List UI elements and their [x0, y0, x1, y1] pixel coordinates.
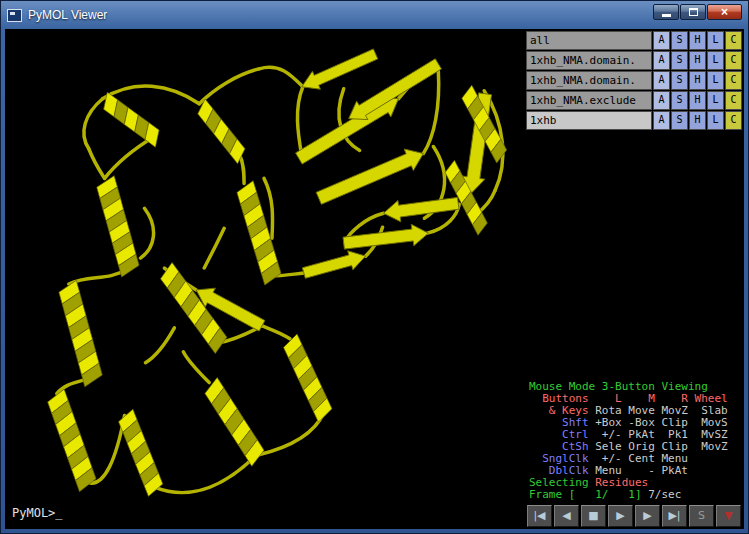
rewind-icon: |◀ — [533, 509, 545, 522]
collapse-button[interactable]: ▼ — [716, 505, 741, 527]
object-row: allASHLC — [526, 31, 742, 50]
object-menu-h-button[interactable]: H — [689, 31, 706, 50]
object-name[interactable]: 1xhb — [526, 111, 652, 130]
maximize-button[interactable] — [680, 4, 706, 20]
close-button[interactable]: × — [707, 4, 742, 20]
step-back-icon: ◀ — [562, 509, 570, 522]
vcr-controls: |◀◀■▶▶▶|S▼ — [526, 505, 742, 527]
collapse-icon: ▼ — [724, 509, 732, 522]
end-icon: ▶| — [668, 509, 680, 522]
object-menu-c-button[interactable]: C — [725, 71, 742, 90]
maximize-icon — [689, 8, 698, 16]
object-name[interactable]: all — [526, 31, 652, 50]
stop-icon: ■ — [588, 509, 598, 522]
window-content: PyMOL>_ allASHLC1xhb_NMA.domain.ASHLC1xh… — [5, 29, 744, 529]
scene-icon: S — [698, 509, 705, 522]
object-row: 1xhbASHLC — [526, 111, 742, 130]
object-menu-s-button[interactable]: S — [671, 111, 688, 130]
object-menu-a-button[interactable]: A — [653, 111, 670, 130]
object-menu-s-button[interactable]: S — [671, 71, 688, 90]
panel-spacer — [526, 131, 742, 379]
rewind-button[interactable]: |◀ — [527, 505, 552, 527]
frame-line: Frame [ 1/ 1] 7/sec — [529, 489, 739, 501]
object-menu-a-button[interactable]: A — [653, 51, 670, 70]
scene-button[interactable]: S — [689, 505, 714, 527]
object-name[interactable]: 1xhb_NMA.domain. — [526, 71, 652, 90]
object-name[interactable]: 1xhb_NMA.exclude — [526, 91, 652, 110]
object-row: 1xhb_NMA.domain.ASHLC — [526, 51, 742, 70]
object-menu-l-button[interactable]: L — [707, 71, 724, 90]
stop-button[interactable]: ■ — [581, 505, 606, 527]
object-menu-h-button[interactable]: H — [689, 51, 706, 70]
object-menu-a-button[interactable]: A — [653, 31, 670, 50]
window-controls: × — [653, 4, 742, 20]
play-icon: ▶ — [616, 509, 624, 522]
object-row: 1xhb_NMA.domain.ASHLC — [526, 71, 742, 90]
object-menu-h-button[interactable]: H — [689, 71, 706, 90]
object-name[interactable]: 1xhb_NMA.domain. — [526, 51, 652, 70]
object-menu-c-button[interactable]: C — [725, 91, 742, 110]
protein-ribbon-graphic — [5, 29, 524, 529]
object-panel: allASHLC1xhb_NMA.domain.ASHLC1xhb_NMA.do… — [526, 31, 742, 131]
step-forward-icon: ▶ — [643, 509, 651, 522]
mouse-matrix-panel: Mouse Mode 3-Button Viewing Buttons L M … — [526, 379, 742, 503]
end-button[interactable]: ▶| — [662, 505, 687, 527]
object-menu-h-button[interactable]: H — [689, 111, 706, 130]
pymol-app-icon — [7, 9, 22, 22]
window-title: PyMOL Viewer — [28, 8, 107, 22]
object-menu-a-button[interactable]: A — [653, 91, 670, 110]
minimize-icon — [662, 14, 671, 17]
object-menu-c-button[interactable]: C — [725, 51, 742, 70]
pymol-window: PyMOL Viewer × PyMOL>_ allASHLC1xhb_NMA.… — [0, 0, 749, 534]
object-menu-l-button[interactable]: L — [707, 31, 724, 50]
object-menu-l-button[interactable]: L — [707, 91, 724, 110]
minimize-button[interactable] — [653, 4, 679, 20]
object-row: 1xhb_NMA.excludeASHLC — [526, 91, 742, 110]
object-menu-s-button[interactable]: S — [671, 31, 688, 50]
object-menu-h-button[interactable]: H — [689, 91, 706, 110]
object-menu-c-button[interactable]: C — [725, 111, 742, 130]
play-button[interactable]: ▶ — [608, 505, 633, 527]
close-icon: × — [721, 5, 728, 19]
viewport-3d[interactable]: PyMOL>_ — [5, 29, 524, 529]
internal-gui-panel: allASHLC1xhb_NMA.domain.ASHLC1xhb_NMA.do… — [524, 29, 744, 529]
titlebar[interactable]: PyMOL Viewer × — [1, 1, 748, 29]
step-forward-button[interactable]: ▶ — [635, 505, 660, 527]
object-menu-c-button[interactable]: C — [725, 31, 742, 50]
object-menu-l-button[interactable]: L — [707, 51, 724, 70]
command-prompt[interactable]: PyMOL>_ — [12, 506, 63, 520]
object-menu-s-button[interactable]: S — [671, 51, 688, 70]
step-back-button[interactable]: ◀ — [554, 505, 579, 527]
object-menu-l-button[interactable]: L — [707, 111, 724, 130]
object-menu-s-button[interactable]: S — [671, 91, 688, 110]
object-menu-a-button[interactable]: A — [653, 71, 670, 90]
